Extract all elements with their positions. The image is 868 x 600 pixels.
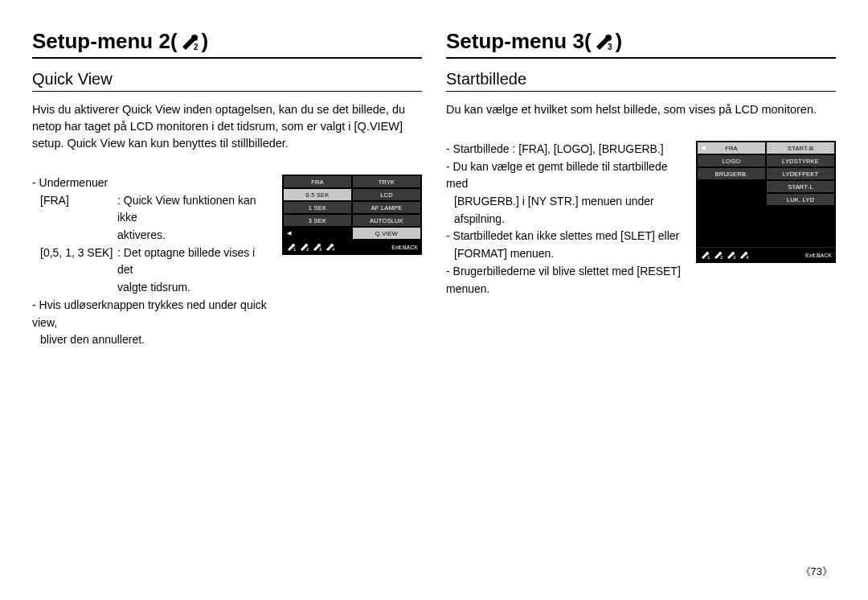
panel-cell: BRUGERB. xyxy=(697,167,766,180)
line: - Hvis udløserknappen trykkes ned under … xyxy=(32,297,272,331)
exit-label: Exit:BACK xyxy=(805,253,832,258)
exit-label: Exit:BACK xyxy=(391,245,418,250)
line: bliver den annulleret. xyxy=(32,331,272,349)
panel-footer: 1 2 3 4 Exit:BACK xyxy=(283,240,421,254)
panel-cell: START-L xyxy=(766,180,835,193)
panel-cell: LCD xyxy=(352,188,421,201)
def-spacer xyxy=(40,227,117,245)
intro-text-left: Hvis du aktiverer Quick View inden optag… xyxy=(32,101,422,152)
panel-cell xyxy=(283,227,352,240)
panel-cell: TRYK xyxy=(352,175,421,188)
line: - Du kan vælge et gemt billede til start… xyxy=(446,158,686,193)
subheading-startbillede: Startbillede xyxy=(446,70,836,92)
line: [BRUGERB.] i [NY STR.] menuen under afsp… xyxy=(446,193,686,228)
panel-footer: 1 2 3 4 Exit:BACK xyxy=(697,248,835,262)
svg-text:1: 1 xyxy=(293,247,297,251)
panel-right-col: TRYKLCDAF LAMPEAUTOSLUKQ.VIEW xyxy=(352,175,421,240)
panel-right-col: START-BLYDSTYRKELYDEFFEKTSTART-LLUK. LYD xyxy=(766,142,835,206)
heading-text: Setup-menu 3( xyxy=(446,29,592,54)
def-term: [0,5, 1, 3 SEK] xyxy=(40,245,117,279)
svg-text:1: 1 xyxy=(707,255,710,259)
line: - Undermenuer xyxy=(32,175,272,192)
svg-text:3: 3 xyxy=(319,247,322,251)
svg-text:2: 2 xyxy=(194,43,199,51)
panel-cell: LYDEFFEKT xyxy=(766,167,835,180)
panel-cell: LUK. LYD xyxy=(766,193,835,206)
heading-setup-3: Setup-menu 3( 3 ) xyxy=(446,29,836,59)
wrench-2-icon: 2 xyxy=(179,32,200,51)
wrench-4-icon: 4 xyxy=(325,242,336,252)
wrench-1-icon: 1 xyxy=(700,250,711,260)
left-column: Setup-menu 2( 2 ) Quick View Hvis du akt… xyxy=(32,29,422,349)
def-desc: : Det optagne billede vises i det xyxy=(117,245,272,279)
line: - Startbilledet kan ikke slettes med [SL… xyxy=(446,228,686,245)
svg-text:3: 3 xyxy=(733,255,736,259)
def-spacer xyxy=(40,279,117,297)
heading-close: ) xyxy=(202,29,209,54)
subheading-quick-view: Quick View xyxy=(32,70,422,92)
wrench-1-icon: 1 xyxy=(286,242,297,252)
wrench-2-icon: 2 xyxy=(713,250,724,260)
panel-left-col: FRALOGOBRUGERB. xyxy=(697,142,766,206)
lcd-panel-quickview: FRA0.5 SEK1 SEK3 SEK TRYKLCDAF LAMPEAUTO… xyxy=(282,175,422,255)
intro-text-right: Du kan vælge et hvilket som helst billed… xyxy=(446,101,836,118)
panel-cell: 0.5 SEK xyxy=(283,188,352,201)
panel-cell: START-B xyxy=(766,142,835,154)
panel-preview-area xyxy=(697,206,835,248)
wrench-2-icon: 2 xyxy=(299,242,310,252)
panel-left-col: FRA0.5 SEK1 SEK3 SEK xyxy=(283,175,352,240)
wrench-4-icon: 4 xyxy=(739,250,750,260)
svg-text:3: 3 xyxy=(608,43,612,51)
right-column: Setup-menu 3( 3 ) Startbillede Du kan væ… xyxy=(446,29,836,349)
svg-text:4: 4 xyxy=(332,247,335,251)
panel-cell: AUTOSLUK xyxy=(352,214,421,227)
panel-cell: 1 SEK xyxy=(283,201,352,214)
def-desc: valgte tidsrum. xyxy=(117,279,190,297)
def-term: [FRA] xyxy=(40,192,117,227)
lcd-panel-startbillede: FRALOGOBRUGERB. START-BLYDSTYRKELYDEFFEK… xyxy=(696,141,836,263)
heading-setup-2: Setup-menu 2( 2 ) xyxy=(32,29,422,59)
body-text-left: - Undermenuer [FRA] : Quick View funktio… xyxy=(32,175,272,349)
line: [FORMAT] menuen. xyxy=(446,245,686,263)
panel-cell: 3 SEK xyxy=(283,214,352,227)
wrench-3-icon: 3 xyxy=(726,250,737,260)
line: - Brugerbillederne vil blive slettet med… xyxy=(446,263,686,298)
panel-cell: FRA xyxy=(697,142,766,154)
heading-text: Setup-menu 2( xyxy=(32,29,178,54)
panel-cell: AF LAMPE xyxy=(352,201,421,214)
panel-cell: FRA xyxy=(283,175,352,188)
svg-text:2: 2 xyxy=(720,255,723,259)
body-text-right: - Startbillede : [FRA], [LOGO], [BRUGERB… xyxy=(446,141,686,298)
svg-text:4: 4 xyxy=(746,255,749,259)
page-number: 《73》 xyxy=(800,565,833,579)
footer-icons: 1 2 3 4 xyxy=(286,242,336,252)
heading-close: ) xyxy=(616,29,623,54)
svg-text:2: 2 xyxy=(306,247,309,251)
panel-cell: LYDSTYRKE xyxy=(766,154,835,167)
def-desc: : Quick View funktionen kan ikke xyxy=(117,192,272,227)
footer-icons: 1 2 3 4 xyxy=(700,250,750,260)
wrench-3-icon: 3 xyxy=(593,32,614,51)
panel-cell: LOGO xyxy=(697,154,766,167)
wrench-3-icon: 3 xyxy=(312,242,323,252)
def-desc: aktiveres. xyxy=(117,227,166,245)
line: - Startbillede : [FRA], [LOGO], [BRUGERB… xyxy=(446,141,686,158)
panel-cell: Q.VIEW xyxy=(352,227,421,240)
